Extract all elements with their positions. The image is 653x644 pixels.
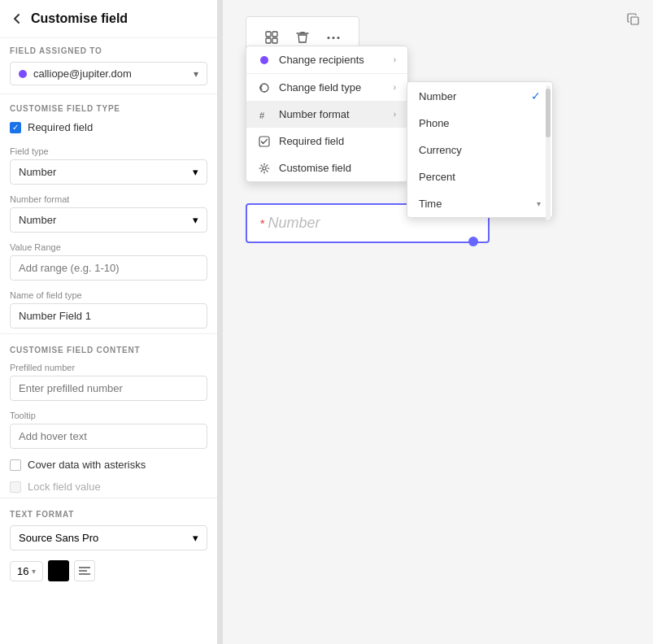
tooltip-group: Tooltip bbox=[0, 406, 217, 454]
svg-point-13 bbox=[263, 167, 266, 170]
text-align-button[interactable] bbox=[74, 560, 95, 581]
prefilled-input[interactable] bbox=[10, 376, 207, 401]
font-color-picker[interactable] bbox=[48, 560, 69, 581]
tooltip-label: Tooltip bbox=[10, 411, 207, 420]
tooltip-input[interactable] bbox=[10, 424, 207, 449]
field-name-label: Name of field type bbox=[10, 290, 207, 300]
value-range-label: Value Range bbox=[10, 242, 207, 252]
panel-header: Customise field bbox=[0, 0, 217, 38]
required-row: Required field bbox=[0, 118, 217, 141]
customise-content-label: CUSTOMISE FIELD CONTENT bbox=[0, 337, 217, 358]
submenu-number-label: Number bbox=[419, 90, 456, 102]
field-name-input[interactable] bbox=[10, 303, 207, 329]
font-selector[interactable]: Source Sans Pro ▾ bbox=[10, 525, 207, 550]
email-selector[interactable]: calliope@jupiter.dom ▾ bbox=[10, 62, 207, 85]
menu-item-required[interactable]: Required field bbox=[246, 128, 407, 154]
recipients-arrow: › bbox=[394, 55, 396, 64]
svg-rect-7 bbox=[272, 38, 277, 43]
field-type-chevron: ▾ bbox=[193, 166, 198, 178]
value-range-input[interactable] bbox=[10, 255, 207, 281]
cover-data-checkbox[interactable] bbox=[10, 459, 21, 471]
number-format-menu-label: Number format bbox=[279, 108, 385, 120]
submenu-item-currency[interactable]: Currency bbox=[407, 137, 552, 163]
panel-title: Customise field bbox=[31, 11, 128, 26]
field-type-selector[interactable]: Number ▾ bbox=[10, 159, 207, 185]
back-button[interactable] bbox=[10, 11, 24, 26]
svg-rect-5 bbox=[272, 32, 277, 37]
field-type-label: Field type bbox=[10, 146, 207, 156]
lock-field-checkbox bbox=[10, 481, 21, 493]
font-size-chevron: ▾ bbox=[32, 567, 36, 576]
required-checkbox[interactable] bbox=[10, 122, 21, 133]
lock-field-row: Lock field value bbox=[0, 476, 217, 498]
required-menu-label: Required field bbox=[279, 135, 396, 147]
purple-dot-icon bbox=[19, 70, 27, 78]
cover-data-label: Cover data with asterisks bbox=[28, 459, 146, 471]
value-range-group: Value Range bbox=[0, 237, 217, 285]
context-menu: Change recipients › Change field type › … bbox=[246, 46, 408, 182]
required-menu-icon bbox=[258, 136, 271, 147]
submenu-item-phone[interactable]: Phone bbox=[407, 110, 552, 137]
field-type-value: Number bbox=[19, 166, 56, 178]
field-type-arrow: › bbox=[394, 83, 396, 92]
menu-item-number-format[interactable]: # Number format › bbox=[246, 101, 407, 128]
number-format-label: Number format bbox=[10, 194, 207, 204]
recipients-icon bbox=[258, 56, 271, 64]
email-text: calliope@jupiter.dom bbox=[33, 67, 187, 80]
number-format-selector[interactable]: Number ▾ bbox=[10, 207, 207, 233]
divider-3 bbox=[0, 498, 217, 498]
field-type-menu-label: Change field type bbox=[279, 81, 385, 94]
field-type-group: Field type Number ▾ bbox=[0, 141, 217, 189]
chevron-down-icon: ▾ bbox=[194, 68, 198, 80]
resize-handle[interactable] bbox=[468, 237, 478, 246]
right-panel: Change recipients › Change field type › … bbox=[223, 0, 653, 644]
customise-menu-label: Customise field bbox=[279, 162, 396, 174]
menu-item-customise[interactable]: Customise field bbox=[246, 154, 407, 181]
prefilled-label: Prefilled number bbox=[10, 363, 207, 372]
number-format-menu-icon: # bbox=[258, 109, 271, 120]
svg-point-10 bbox=[337, 37, 340, 39]
submenu-scroll-down: ▾ bbox=[537, 199, 541, 208]
recipients-label: Change recipients bbox=[279, 54, 385, 66]
submenu-currency-label: Currency bbox=[419, 144, 462, 156]
prefilled-group: Prefilled number bbox=[0, 358, 217, 406]
submenu-time-label: Time bbox=[419, 198, 442, 210]
svg-rect-6 bbox=[266, 38, 271, 43]
number-format-value: Number bbox=[19, 214, 56, 226]
svg-rect-3 bbox=[631, 17, 638, 24]
submenu-check-icon: ✓ bbox=[531, 89, 541, 102]
lock-field-label: Lock field value bbox=[28, 481, 101, 493]
divider-2 bbox=[0, 333, 217, 334]
submenu-item-time[interactable]: Time ▾ bbox=[407, 190, 552, 217]
field-type-menu-icon bbox=[258, 82, 271, 94]
svg-point-8 bbox=[328, 37, 330, 39]
field-name-group: Name of field type bbox=[0, 285, 217, 333]
submenu-percent-label: Percent bbox=[419, 171, 455, 183]
text-format-label: TEXT FORMAT bbox=[0, 502, 217, 522]
font-size-value: 16 bbox=[17, 565, 28, 577]
font-size-selector[interactable]: 16 ▾ bbox=[10, 561, 43, 581]
customise-type-label: CUSTOMISE FIELD TYPE bbox=[0, 98, 217, 118]
submenu-number-format: Number ✓ Phone Currency Percent Time ▾ bbox=[407, 81, 553, 218]
field-assigned-section: calliope@jupiter.dom ▾ bbox=[0, 59, 217, 94]
divider-1 bbox=[0, 94, 217, 94]
menu-item-field-type[interactable]: Change field type › bbox=[246, 74, 407, 101]
font-chevron-icon: ▾ bbox=[193, 532, 198, 544]
number-format-group: Number format Number ▾ bbox=[0, 189, 217, 237]
menu-item-recipients[interactable]: Change recipients › bbox=[246, 46, 407, 73]
svg-rect-4 bbox=[266, 32, 271, 37]
font-value: Source Sans Pro bbox=[19, 532, 98, 544]
svg-point-9 bbox=[333, 37, 335, 39]
number-format-chevron: ▾ bbox=[193, 214, 198, 226]
svg-text:#: # bbox=[259, 111, 265, 120]
copy-icon[interactable] bbox=[622, 8, 645, 31]
left-panel: Customise field FIELD ASSIGNED TO callio… bbox=[0, 0, 218, 644]
customise-menu-icon bbox=[258, 163, 271, 174]
cover-data-row: Cover data with asterisks bbox=[0, 454, 217, 476]
submenu-phone-label: Phone bbox=[419, 117, 450, 129]
field-assigned-label: FIELD ASSIGNED TO bbox=[0, 38, 217, 59]
submenu-item-percent[interactable]: Percent bbox=[407, 163, 552, 190]
font-tools-row: 16 ▾ bbox=[0, 557, 217, 585]
required-asterisk: * bbox=[260, 217, 264, 230]
submenu-item-number[interactable]: Number ✓ bbox=[407, 82, 552, 110]
